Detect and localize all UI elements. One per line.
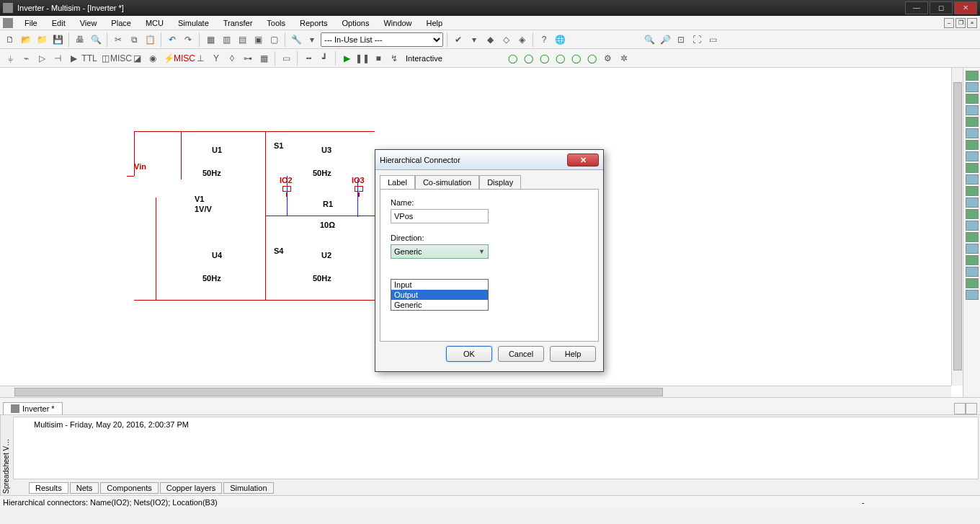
print-icon[interactable]: 🖶: [73, 32, 87, 47]
interactive-icon[interactable]: ↯: [387, 51, 401, 66]
run-icon[interactable]: ▶: [339, 51, 354, 66]
log-tab-results[interactable]: Results: [29, 482, 68, 494]
tb-btn-d[interactable]: ▣: [251, 32, 265, 47]
open-icon[interactable]: 📂: [19, 32, 33, 47]
menu-options[interactable]: Options: [335, 17, 377, 29]
instrument-13-icon[interactable]: [966, 209, 979, 219]
instrument-12-icon[interactable]: [966, 197, 979, 208]
connector-icon[interactable]: ⊶: [241, 51, 255, 66]
io2-connector[interactable]: [282, 186, 291, 192]
mixed-icon[interactable]: ◪: [130, 51, 144, 66]
menu-help[interactable]: Help: [419, 17, 450, 29]
doc-tab-inverter[interactable]: Inverter *: [3, 402, 63, 414]
copy-icon[interactable]: ⧉: [127, 32, 141, 47]
undo-icon[interactable]: ↶: [165, 32, 179, 47]
settings-icon[interactable]: ⚙: [601, 51, 615, 66]
instrument-2-icon[interactable]: [966, 82, 979, 92]
instr-6-icon[interactable]: ◯: [585, 51, 600, 66]
mdi-restore-button[interactable]: ❐: [956, 18, 966, 28]
mdi-minimize-button[interactable]: –: [944, 18, 954, 28]
instrument-3-icon[interactable]: [966, 94, 979, 104]
print-preview-icon[interactable]: 🔍: [89, 32, 103, 47]
menu-tools[interactable]: Tools: [259, 17, 293, 29]
tab-grid-button[interactable]: [954, 403, 966, 414]
instrument-11-icon[interactable]: [966, 186, 979, 196]
menu-file[interactable]: File: [17, 17, 45, 29]
zoom-fit-icon[interactable]: ⛶: [690, 32, 704, 47]
misc-icon[interactable]: MISC: [114, 51, 128, 66]
ok-button[interactable]: OK: [446, 346, 492, 362]
maximize-button[interactable]: ◻: [930, 1, 953, 14]
instrument-20-icon[interactable]: [966, 290, 979, 300]
ni-icon[interactable]: ◊: [225, 51, 239, 66]
menu-edit[interactable]: Edit: [45, 17, 73, 29]
tab-split-button[interactable]: [966, 403, 977, 414]
tb-btn-b[interactable]: ▥: [219, 32, 233, 47]
cancel-button[interactable]: Cancel: [498, 346, 544, 362]
menu-transfer[interactable]: Transfer: [216, 17, 260, 29]
instr-4-icon[interactable]: ◯: [553, 51, 568, 66]
dialog-tab-display[interactable]: Display: [479, 175, 521, 190]
close-button[interactable]: ✕: [954, 1, 977, 14]
new-icon[interactable]: 🗋: [3, 32, 17, 47]
instrument-7-icon[interactable]: [966, 140, 979, 150]
bus-icon[interactable]: ╍: [301, 51, 316, 66]
zoom-in-icon[interactable]: 🔍: [642, 32, 656, 47]
paste-icon[interactable]: 📋: [143, 32, 157, 47]
instrument-6-icon[interactable]: [966, 128, 979, 138]
log-tab-simulation[interactable]: Simulation: [223, 482, 273, 494]
hierarchy-icon[interactable]: ▭: [279, 51, 293, 66]
tb-btn-f[interactable]: ▾: [467, 32, 481, 47]
redo-icon[interactable]: ↷: [181, 32, 195, 47]
log-tab-nets[interactable]: Nets: [70, 482, 99, 494]
zoom-area-icon[interactable]: ⊡: [674, 32, 688, 47]
tb-btn-e[interactable]: ▢: [267, 32, 281, 47]
direction-option-input[interactable]: Input: [391, 280, 488, 290]
ttl-icon[interactable]: TTL: [82, 51, 97, 66]
direction-option-generic[interactable]: Generic: [391, 300, 488, 310]
tb-btn-a[interactable]: ▦: [203, 32, 218, 47]
instrument-16-icon[interactable]: [966, 244, 979, 254]
menu-window[interactable]: Window: [376, 17, 419, 29]
mcu-icon[interactable]: ▦: [257, 51, 271, 66]
fullscreen-icon[interactable]: ▭: [705, 32, 720, 47]
instrument-10-icon[interactable]: [966, 174, 979, 185]
zoom-out-icon[interactable]: 🔎: [658, 32, 672, 47]
check-icon[interactable]: ✔: [451, 32, 466, 47]
web-icon[interactable]: 🌐: [553, 32, 567, 47]
transistor-icon[interactable]: ⊣: [50, 51, 65, 66]
tb-btn-i[interactable]: ◈: [514, 32, 529, 47]
io3-connector[interactable]: [355, 186, 363, 192]
ground-icon[interactable]: ⏚: [3, 51, 17, 66]
junction-icon[interactable]: ┛: [317, 51, 331, 66]
direction-select[interactable]: Generic: [391, 244, 489, 259]
instrument-5-icon[interactable]: [966, 117, 979, 127]
minimize-button[interactable]: —: [905, 1, 928, 14]
instr-2-icon[interactable]: ◯: [522, 51, 536, 66]
tb-btn-g[interactable]: ◆: [483, 32, 497, 47]
horizontal-scrollbar[interactable]: [0, 386, 951, 397]
dialog-titlebar[interactable]: Hierarchical Connector ✕: [375, 150, 603, 170]
menu-view[interactable]: View: [73, 17, 104, 29]
instrument-14-icon[interactable]: [966, 221, 979, 231]
indicator-icon[interactable]: ◉: [146, 51, 160, 66]
instrument-9-icon[interactable]: [966, 163, 979, 173]
instrument-4-icon[interactable]: [966, 105, 979, 115]
tb-btn-c[interactable]: ▤: [235, 32, 249, 47]
instr-5-icon[interactable]: ◯: [569, 51, 584, 66]
tb-btn-h[interactable]: ◇: [499, 32, 513, 47]
menu-simulate[interactable]: Simulate: [171, 17, 216, 29]
stop-icon[interactable]: ■: [371, 51, 386, 66]
mdi-close-button[interactable]: ×: [967, 18, 977, 28]
cut-icon[interactable]: ✂: [111, 32, 125, 47]
instrument-8-icon[interactable]: [966, 151, 979, 161]
chevron-icon[interactable]: ▾: [305, 32, 319, 47]
electro-icon[interactable]: Y: [209, 51, 223, 66]
instr-3-icon[interactable]: ◯: [538, 51, 552, 66]
rf-icon[interactable]: ⊥: [193, 51, 208, 66]
help-button[interactable]: Help: [550, 346, 596, 362]
instrument-15-icon[interactable]: [966, 232, 979, 242]
log-tab-components[interactable]: Components: [100, 482, 158, 494]
instrument-1-icon[interactable]: [966, 71, 979, 81]
pause-icon[interactable]: ❚❚: [355, 51, 370, 66]
